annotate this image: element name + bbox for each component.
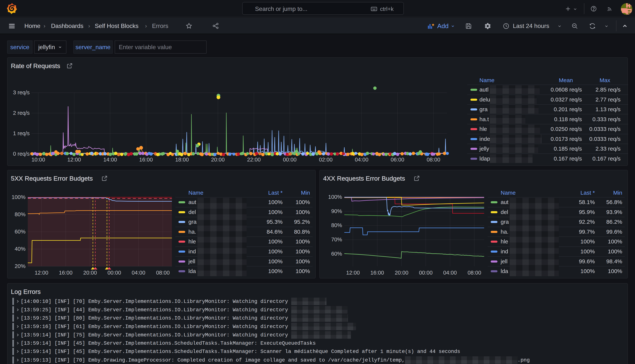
svg-text:80%: 80% (331, 222, 342, 228)
svg-text:12:00: 12:00 (67, 156, 81, 162)
svg-text:08:00: 08:00 (468, 270, 481, 276)
svg-text:1 req/s: 1 req/s (13, 130, 30, 136)
svg-text:16:00: 16:00 (139, 156, 153, 162)
svg-text:02:00: 02:00 (319, 156, 333, 162)
svg-text:12:00: 12:00 (346, 270, 360, 276)
svg-text:16:00: 16:00 (370, 270, 384, 276)
svg-text:08:00: 08:00 (156, 270, 170, 276)
svg-text:16:00: 16:00 (59, 270, 73, 276)
svg-text:18:00: 18:00 (175, 156, 189, 162)
svg-text:100%: 100% (12, 194, 26, 200)
svg-text:14:00: 14:00 (103, 156, 117, 162)
svg-text:60%: 60% (15, 228, 26, 234)
svg-text:3 req/s: 3 req/s (13, 90, 30, 96)
svg-text:04:00: 04:00 (355, 156, 369, 162)
svg-text:80%: 80% (15, 211, 26, 217)
svg-text:04:00: 04:00 (443, 270, 457, 276)
svg-text:40%: 40% (15, 246, 26, 252)
svg-text:2 req/s: 2 req/s (13, 110, 30, 116)
svg-text:04:00: 04:00 (132, 270, 145, 276)
svg-text:00:00: 00:00 (283, 156, 297, 162)
svg-text:20:00: 20:00 (211, 156, 225, 162)
svg-text:70%: 70% (331, 236, 342, 242)
svg-text:100%: 100% (328, 194, 342, 200)
svg-text:20%: 20% (15, 263, 26, 269)
svg-text:10:00: 10:00 (32, 156, 45, 162)
svg-text:60%: 60% (331, 251, 342, 257)
svg-text:90%: 90% (331, 208, 342, 214)
svg-text:20:00: 20:00 (395, 270, 408, 276)
svg-text:00:00: 00:00 (419, 270, 433, 276)
svg-text:22:00: 22:00 (247, 156, 261, 162)
svg-text:20:00: 20:00 (83, 270, 97, 276)
svg-text:12:00: 12:00 (35, 270, 49, 276)
svg-text:06:00: 06:00 (391, 156, 404, 162)
svg-text:0 req/s: 0 req/s (13, 151, 30, 157)
svg-text:08:00: 08:00 (427, 156, 440, 162)
svg-text:00:00: 00:00 (108, 270, 121, 276)
